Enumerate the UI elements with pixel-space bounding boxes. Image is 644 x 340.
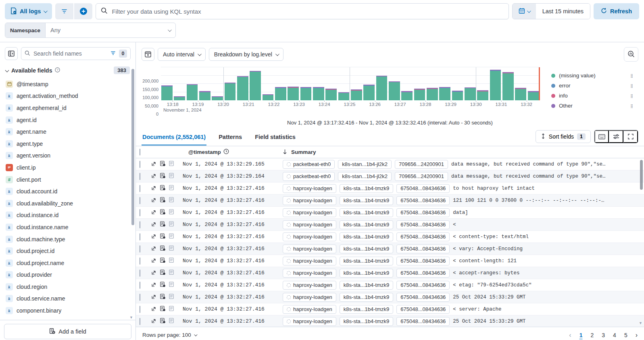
degraded-doc-icon[interactable] [160,197,165,204]
available-fields-header[interactable]: Available fields ? 383 [0,60,135,77]
histogram-bar[interactable] [300,87,312,100]
field-item[interactable]: k cloud.provider [6,269,133,281]
expand-row-icon[interactable] [151,282,156,288]
service-badge[interactable]: haproxy-loadgen [283,281,336,290]
date-picker-calendar-button[interactable] [513,4,536,19]
field-item[interactable]: k cloud.service.name [6,293,133,305]
keyboard-shortcuts-button[interactable] [594,130,609,143]
page-button-1[interactable]: 1 [579,332,583,338]
trace-id-badge[interactable]: 709656...24200901 [395,160,448,169]
histogram-bar[interactable] [212,96,223,100]
pod-badge[interactable]: k8s-sta...1b4-tmzk9 [340,257,393,265]
row-checkbox[interactable] [140,233,140,240]
degraded-doc-icon[interactable] [160,294,165,301]
page-button-5[interactable]: 5 [624,332,627,338]
service-badge[interactable]: haproxy-loadgen [283,184,336,193]
histogram-bar[interactable] [401,91,413,100]
histogram-bar[interactable] [515,88,526,100]
stacktrace-doc-icon[interactable] [169,294,174,301]
field-item[interactable]: k cloud.availability_zone [6,197,133,209]
field-search-input[interactable] [33,50,107,57]
trace-id-badge[interactable]: 675048...08434636 [396,245,450,253]
legend-item[interactable]: (missing value) ⣿ [551,70,642,81]
row-checkbox[interactable] [140,318,140,325]
histogram-bar[interactable] [263,94,274,100]
fullscreen-button[interactable] [623,130,638,143]
tab-documents-[interactable]: Documents (2,552,061) [142,131,206,145]
histogram-bar[interactable] [237,76,248,100]
histogram-bar[interactable] [389,81,400,100]
field-item[interactable]: k agent.id [6,114,133,126]
expand-row-icon[interactable] [151,234,156,240]
histogram-bar[interactable] [376,76,388,100]
stacktrace-doc-icon[interactable] [169,257,174,264]
breakdown-dropdown[interactable]: Breakdown by log.level [209,48,283,61]
histogram-bar[interactable] [414,89,425,100]
field-item[interactable]: k agent.ephemeral_id [6,102,133,114]
trace-id-badge[interactable]: 675048...08434636 [396,293,450,302]
degraded-doc-icon[interactable] [160,282,165,288]
histogram-bar[interactable] [161,85,173,100]
rows-per-page-button[interactable]: Rows per page: 100 [142,332,196,338]
next-page-button[interactable]: › [636,332,638,339]
histogram-bar[interactable] [275,87,286,100]
row-checkbox[interactable] [140,173,140,180]
refresh-button[interactable]: Refresh [594,3,639,19]
pod-badge[interactable]: k8s-stan...1b4-jl2k2 [338,160,392,169]
collapse-sidebar-button[interactable] [5,47,18,60]
row-checkbox[interactable] [140,257,140,265]
trace-id-badge[interactable]: 675048...08434636 [396,232,450,241]
service-badge[interactable]: packetbeat-eth0 [283,172,335,181]
pod-badge[interactable]: k8s-sta...1b4-tmzk9 [340,245,393,253]
pod-badge[interactable]: k8s-sta...1b4-tmzk9 [340,305,393,314]
degraded-doc-icon[interactable] [160,257,165,264]
expand-row-icon[interactable] [151,222,156,228]
pod-badge[interactable]: k8s-sta...1b4-tmzk9 [340,269,393,278]
row-checkbox[interactable] [140,306,140,313]
expand-row-icon[interactable] [151,173,156,180]
stacktrace-doc-icon[interactable] [169,173,174,180]
service-badge[interactable]: haproxy-loadgen [283,232,336,241]
add-field-button[interactable]: Add a field [4,324,131,339]
row-checkbox[interactable] [140,221,140,228]
service-badge[interactable]: packetbeat-eth0 [283,160,335,169]
sort-descending-icon[interactable] [283,149,287,155]
expand-row-icon[interactable] [151,258,156,264]
toggle-histogram-button[interactable] [142,48,154,61]
field-item[interactable]: k cloud.account.id [6,185,133,197]
row-checkbox[interactable] [140,161,140,168]
page-button-2[interactable]: 2 [590,332,594,338]
stacktrace-doc-icon[interactable] [169,221,174,228]
expand-row-icon[interactable] [151,306,156,313]
field-item[interactable]: k cloud.region [6,281,133,293]
service-badge[interactable]: haproxy-loadgen [283,208,336,217]
service-badge[interactable]: haproxy-loadgen [283,220,336,229]
histogram-bar[interactable] [528,91,539,100]
legend-actions-icon[interactable]: ⣿ [630,74,633,78]
row-checkbox[interactable] [140,245,140,253]
degraded-doc-icon[interactable] [160,209,165,216]
legend-item[interactable]: Other ⣿ [551,101,642,111]
field-item[interactable]: # client.port [6,174,133,186]
field-item[interactable]: k agent.version [6,150,133,162]
field-search-box[interactable]: 0 [21,47,131,60]
expand-row-icon[interactable] [151,246,156,252]
histogram-bar[interactable] [477,90,488,100]
pod-badge[interactable]: k8s-sta...1b4-tmzk9 [340,184,393,193]
field-item[interactable]: k cloud.instance.name [6,221,133,233]
degraded-doc-icon[interactable] [160,245,165,252]
tab-field-statistics[interactable]: Field statistics [254,131,296,145]
field-filter-icon[interactable] [110,50,116,57]
degraded-doc-icon[interactable] [160,270,165,276]
histogram-bar[interactable] [363,85,375,100]
trace-id-badge[interactable]: 675048...08434636 [396,208,450,217]
pod-badge[interactable]: k8s-sta...1b4-tmzk9 [340,220,393,229]
filter-funnel-button[interactable] [55,3,73,19]
display-options-button[interactable] [609,130,623,143]
trace-id-badge[interactable]: 709656...24200901 [395,172,448,181]
kql-search-input[interactable] [112,8,503,15]
histogram-bar[interactable] [199,91,210,100]
service-badge[interactable]: haproxy-loadgen [283,317,336,326]
trace-id-badge[interactable]: 675048...08434636 [396,257,450,265]
select-all-checkbox[interactable] [140,149,140,155]
